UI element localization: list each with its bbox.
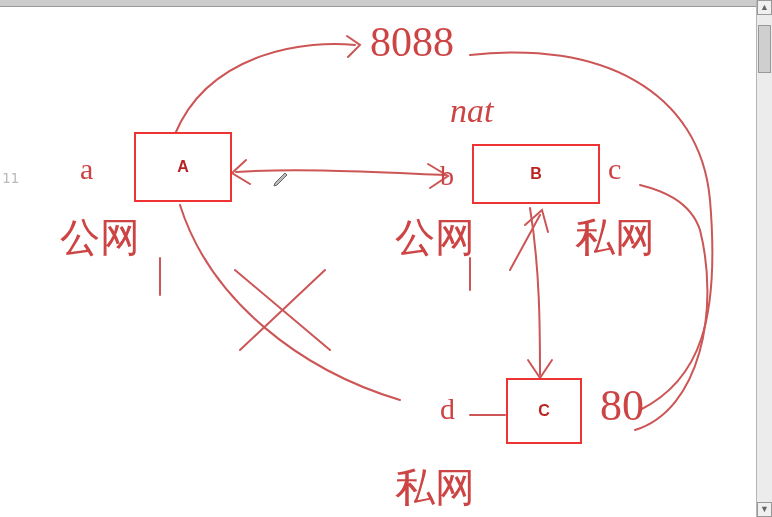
- node-label-c: C: [538, 402, 550, 419]
- canvas: 11 A B C 8088 nat: [0, 0, 757, 517]
- node-label-b: B: [530, 165, 542, 182]
- node-box-c: C: [506, 378, 582, 444]
- annotation-private-net-right: 私网: [575, 210, 655, 265]
- scrollbar-up-button[interactable]: ▲: [757, 0, 772, 15]
- pencil-cursor-icon: [272, 170, 290, 188]
- node-box-b: B: [472, 144, 600, 204]
- annotation-public-net-left: 公网: [60, 210, 140, 265]
- annotation-nat: nat: [450, 92, 493, 130]
- annotation-port-top: 8088: [370, 18, 454, 66]
- annotation-b-side: b: [440, 160, 454, 192]
- annotation-public-net-mid: 公网: [395, 210, 475, 265]
- window-top-border: [0, 0, 757, 7]
- scrollbar-down-button[interactable]: ▼: [757, 502, 772, 517]
- annotation-a-side: a: [80, 152, 93, 186]
- node-label-a: A: [177, 158, 189, 175]
- scrollbar-thumb[interactable]: [758, 25, 771, 74]
- node-box-a: A: [134, 132, 232, 202]
- annotation-private-net-bottom: 私网: [395, 460, 475, 515]
- annotation-port-bottom: 80: [600, 380, 644, 431]
- annotation-d-side: d: [440, 392, 455, 426]
- line-number: 11: [2, 170, 19, 186]
- annotation-c-side: c: [608, 152, 621, 186]
- vertical-scrollbar[interactable]: ▲ ▼: [756, 0, 772, 517]
